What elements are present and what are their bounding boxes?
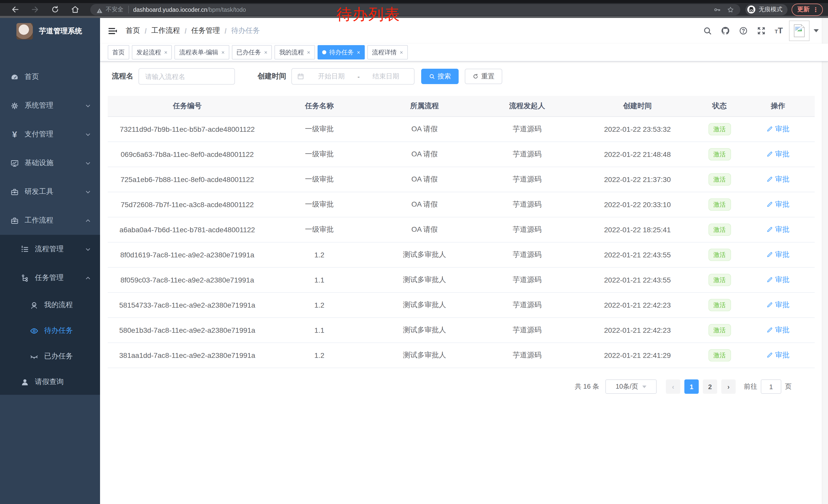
approve-link[interactable]: 审批	[767, 301, 790, 310]
refresh-icon	[472, 73, 479, 80]
sidebar-toggle-icon[interactable]	[108, 26, 118, 36]
sidebar-item-todo-tasks[interactable]: 待办任务	[0, 318, 100, 343]
next-page-button[interactable]: ›	[721, 379, 736, 394]
status-badge: 激活	[708, 349, 731, 362]
tab-process-detail[interactable]: 流程详情×	[367, 45, 408, 59]
url-host: dashboard.yudao.iocoder.cn	[133, 6, 207, 12]
prev-page-button[interactable]: ‹	[666, 379, 680, 394]
tab-todo-tasks[interactable]: 待办任务×	[318, 45, 365, 59]
sidebar-item-infrastructure[interactable]: 基础设施	[0, 149, 100, 177]
close-icon[interactable]: ×	[357, 49, 360, 55]
breadcrumb-separator: /	[185, 27, 187, 35]
sidebar-item-leave-query[interactable]: 请假查询	[0, 369, 100, 395]
sidebar-item-label: 任务管理	[35, 273, 64, 282]
approve-link[interactable]: 审批	[767, 225, 790, 234]
sidebar-item-workflow[interactable]: 工作流程	[0, 206, 100, 235]
eye-open-icon	[30, 326, 38, 335]
chevron-down-icon	[642, 385, 647, 388]
sidebar-item-process-management[interactable]: 流程管理	[0, 235, 100, 264]
sidebar-item-task-management[interactable]: 任务管理	[0, 264, 100, 292]
close-icon[interactable]: ×	[264, 49, 267, 55]
eye-closed-icon	[30, 352, 38, 361]
browser-menu-icon[interactable]: ⋮	[813, 6, 819, 13]
status-badge: 激活	[708, 173, 731, 186]
help-icon[interactable]	[739, 26, 748, 35]
sidebar-item-done-tasks[interactable]: 已办任务	[0, 343, 100, 369]
text-size-icon[interactable]: TT	[775, 26, 783, 35]
approve-link[interactable]: 审批	[767, 200, 790, 209]
approve-link[interactable]: 审批	[767, 326, 790, 335]
date-range-picker[interactable]: 开始日期 - 结束日期	[291, 68, 415, 85]
url-bar[interactable]: 不安全 dashboard.yudao.iocoder.cn/bpm/task/…	[90, 4, 740, 15]
breadcrumb-workflow[interactable]: 工作流程	[151, 26, 180, 35]
table-row: 381aa1dd-7ac8-11ec-a9e2-a2380e71991a 1.2…	[108, 343, 815, 368]
cell-task-id: 75d72608-7b7f-11ec-a3c8-acde48001122	[108, 192, 267, 217]
reset-button[interactable]: 重置	[465, 69, 502, 84]
search-button[interactable]: 搜索	[421, 69, 459, 84]
tab-home[interactable]: 首页	[108, 45, 129, 59]
sidebar-item-dev-tools[interactable]: 研发工具	[0, 177, 100, 206]
reload-icon[interactable]	[51, 5, 59, 14]
edit-icon	[767, 226, 773, 233]
process-name-input[interactable]	[138, 68, 235, 85]
url-text[interactable]: dashboard.yudao.iocoder.cn/bpm/task/todo	[133, 6, 246, 12]
close-icon[interactable]: ×	[221, 49, 225, 55]
sidebar-item-payment[interactable]: ¥ 支付管理	[0, 120, 100, 149]
edit-icon	[767, 126, 773, 133]
start-date-placeholder[interactable]: 开始日期	[308, 72, 355, 81]
cell-create-time: 2022-01-21 22:42:23	[577, 292, 698, 318]
breadcrumb-home[interactable]: 首页	[126, 26, 140, 35]
table-row: 8f059c03-7ac8-11ec-a9e2-a2380e71991a 1.1…	[108, 267, 815, 292]
page-button-1[interactable]: 1	[685, 379, 699, 394]
tab-form-edit[interactable]: 流程表单-编辑×	[175, 45, 229, 59]
breadcrumb-separator: /	[225, 27, 227, 35]
sidebar-item-home[interactable]: 首页	[0, 62, 100, 91]
page-button-2[interactable]: 2	[703, 379, 717, 394]
approve-link[interactable]: 审批	[767, 275, 790, 284]
yen-icon: ¥	[10, 130, 19, 139]
avatar-caret-icon[interactable]	[814, 29, 819, 32]
security-label[interactable]: 不安全	[106, 6, 128, 13]
github-icon[interactable]	[721, 26, 730, 35]
cell-task-id: 58154733-7ac8-11ec-a9e2-a2380e71991a	[108, 292, 267, 318]
approve-link[interactable]: 审批	[767, 175, 790, 184]
calendar-icon	[297, 73, 304, 80]
home-icon[interactable]	[71, 5, 80, 14]
goto-page-input[interactable]	[761, 379, 781, 394]
table-row: 580e1b3d-7ac8-11ec-a9e2-a2380e71991a 1.1…	[108, 318, 815, 343]
tab-start-process[interactable]: 发起流程×	[132, 45, 172, 59]
approve-link[interactable]: 审批	[767, 250, 790, 260]
back-icon[interactable]	[11, 5, 19, 14]
column-header-task-id: 任务编号	[108, 96, 267, 117]
avatar[interactable]	[789, 20, 810, 41]
close-icon[interactable]: ×	[400, 49, 403, 55]
close-icon[interactable]: ×	[307, 49, 310, 55]
password-key-icon[interactable]	[714, 6, 721, 13]
approve-link[interactable]: 审批	[767, 351, 790, 360]
forward-icon[interactable]	[31, 5, 40, 14]
main-area: 首页 / 工作流程 / 任务管理 / 待办任务 TT	[100, 18, 828, 504]
end-date-placeholder[interactable]: 结束日期	[363, 72, 409, 81]
bookmark-star-icon[interactable]	[727, 6, 734, 13]
tab-my-process[interactable]: 我的流程×	[275, 45, 315, 59]
close-icon[interactable]: ×	[164, 49, 167, 55]
breadcrumb-task-management[interactable]: 任务管理	[191, 26, 220, 35]
navbar-right: TT	[694, 18, 819, 44]
search-icon[interactable]	[703, 26, 712, 35]
breadcrumb: 首页 / 工作流程 / 任务管理 / 待办任务	[126, 26, 260, 35]
cell-task-id: 580e1b3d-7ac8-11ec-a9e2-a2380e71991a	[108, 318, 267, 343]
fullscreen-icon[interactable]	[757, 26, 766, 35]
tab-done-tasks[interactable]: 已办任务×	[232, 45, 272, 59]
page-size-select[interactable]: 10条/页	[605, 379, 657, 394]
approve-link[interactable]: 审批	[767, 150, 790, 159]
sidebar-item-system[interactable]: 系统管理	[0, 91, 100, 120]
create-time-label: 创建时间	[257, 72, 286, 81]
cell-process: 测试多审批人	[372, 267, 477, 292]
approve-link[interactable]: 审批	[767, 125, 790, 134]
sidebar-item-my-process[interactable]: 我的流程	[0, 292, 100, 318]
sidebar-item-label: 我的流程	[44, 301, 73, 310]
incognito-badge[interactable]: 无痕模式	[745, 4, 787, 15]
page-scrollbar[interactable]	[822, 18, 828, 504]
logo-row[interactable]: 芋道管理系统	[0, 18, 100, 45]
browser-update-button[interactable]: 更新 ⋮	[792, 3, 823, 16]
